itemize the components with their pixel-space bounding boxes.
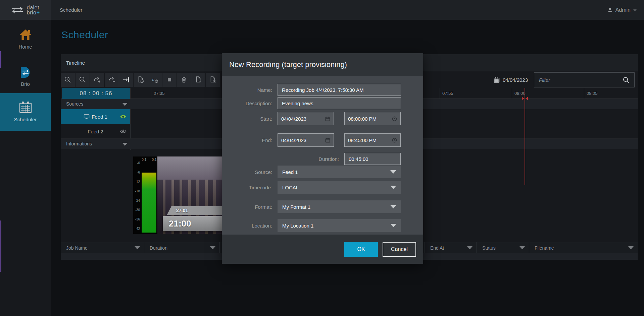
redo-add-button[interactable] (90, 73, 104, 87)
description-input[interactable] (278, 97, 401, 109)
feed2-cell[interactable]: Feed 2 (61, 124, 130, 138)
chevron-down-icon (135, 246, 140, 249)
meter-scale-label: -24 (133, 199, 140, 202)
zoom-out-button[interactable] (76, 73, 90, 87)
description-row: Description: (222, 97, 423, 109)
user-name: Admin (615, 7, 631, 13)
timecode-row: Timecode: LOCAL (222, 181, 423, 194)
sidebar-item-label: Home (0, 44, 51, 50)
topbar-page-label: Scheduler (60, 7, 83, 13)
sidebar-item-label: Brio (0, 81, 51, 87)
name-input[interactable] (278, 84, 401, 96)
description-label: Description: (222, 101, 272, 106)
capture-text-button[interactable]: a (148, 73, 162, 87)
timecode-select[interactable]: LOCAL (278, 181, 401, 194)
app-logo[interactable]: dalet brio+ (0, 0, 51, 20)
date-picker[interactable]: 04/04/2023 (494, 77, 528, 83)
duration-input[interactable] (344, 153, 401, 165)
feed1-cell[interactable]: Feed 1 (61, 109, 130, 124)
end-label: End: (222, 137, 272, 143)
capture-file-button[interactable] (134, 73, 148, 87)
meter-scale-label: -18 (133, 189, 140, 193)
column-header-status[interactable]: Status (477, 242, 529, 253)
audio-level-bar-left (142, 173, 149, 233)
add-file-icon (194, 76, 202, 84)
cancel-button[interactable]: Cancel (383, 242, 416, 257)
zoom-in-icon (64, 76, 72, 84)
redo-remove-icon (108, 76, 116, 84)
column-header-filename[interactable]: Filename (529, 242, 638, 253)
location-label: Location: (222, 223, 272, 229)
name-label: Name: (222, 87, 272, 93)
ruler-tick: 08:05 (584, 88, 598, 99)
filter-input[interactable] (539, 77, 623, 83)
start-label: Start: (222, 116, 272, 122)
redo-remove-button[interactable] (105, 73, 119, 87)
svg-text:a: a (152, 77, 155, 82)
trash-icon (180, 76, 188, 84)
source-select[interactable]: Feed 1 (278, 166, 401, 178)
column-header-end-at[interactable]: End At (425, 242, 477, 253)
dialog-title: New Recording (target provisioning) (222, 53, 423, 76)
ruler-tick: 07:55 (440, 88, 453, 99)
stop-icon (165, 76, 174, 84)
start-date-input[interactable]: 04/04/2023 (278, 112, 334, 125)
feed1-visibility-eye-icon[interactable] (120, 114, 127, 119)
user-icon (607, 7, 613, 13)
end-time-input[interactable]: 08:45:00 PM (344, 133, 401, 147)
playhead[interactable] (525, 88, 525, 185)
filter-box[interactable] (534, 72, 635, 87)
add-user-file-icon (209, 76, 217, 84)
peak-right: -0.1 (151, 158, 156, 162)
date-value: 04/04/2023 (503, 77, 528, 83)
chevron-down-icon (210, 246, 215, 249)
toolbar-right: 04/04/2023 (494, 72, 635, 87)
format-select[interactable]: My Format 1 (278, 200, 401, 213)
start-time-input[interactable]: 08:00:00 PM (344, 112, 401, 125)
calendar-icon[interactable] (325, 116, 330, 121)
location-select[interactable]: My Location 1 (278, 219, 401, 232)
ok-button[interactable]: OK (344, 242, 378, 257)
calendar-icon (494, 77, 500, 83)
column-header-duration[interactable]: Duration (144, 242, 220, 253)
source-label: Source: (222, 169, 272, 175)
sidebar-item-label: Scheduler (0, 117, 51, 122)
chevron-down-icon (122, 103, 128, 106)
clock-icon[interactable] (392, 116, 397, 121)
feed2-visibility-eye-icon[interactable] (120, 129, 127, 134)
logo-text: dalet brio+ (27, 5, 40, 15)
meter-scale-label: -0 (133, 161, 140, 165)
source-row: Source: Feed 1 (222, 166, 423, 178)
sidebar-item-brio[interactable]: Brio (0, 66, 51, 87)
zoom-in-button[interactable] (61, 73, 75, 87)
calendar-icon (0, 101, 51, 114)
add-file-button[interactable] (191, 73, 205, 87)
add-user-file-button[interactable] (206, 73, 220, 87)
peak-left: -0.1 (141, 158, 146, 162)
chevron-down-icon (390, 224, 396, 227)
dialog-footer: OK Cancel (222, 235, 423, 264)
duration-row: Duration: (222, 153, 423, 165)
meter-scale-label: -30 (133, 208, 140, 212)
sidebar-item-home[interactable]: Home (0, 28, 51, 50)
user-menu[interactable]: Admin (607, 7, 637, 13)
start-row: Start: 04/04/2023 08:00:00 PM (222, 112, 423, 125)
chevron-down-icon (633, 9, 637, 11)
sidebar-item-scheduler[interactable]: Scheduler (0, 93, 51, 131)
meter-scale-label: -36 (133, 217, 140, 221)
delete-button[interactable] (177, 73, 191, 87)
chevron-down-icon (390, 186, 396, 189)
go-to-end-button[interactable] (119, 73, 133, 87)
format-row: Format: My Format 1 (222, 200, 423, 213)
calendar-icon[interactable] (325, 138, 330, 143)
playhead-marker-icon[interactable] (526, 97, 528, 100)
playhead-marker-icon[interactable] (522, 97, 524, 100)
stop-button[interactable] (162, 73, 177, 87)
end-date-input[interactable]: 04/04/2023 (278, 133, 334, 147)
chevron-down-icon (122, 143, 128, 146)
accent-strip (0, 220, 1, 272)
video-overlay-time: 21:00 (169, 218, 191, 229)
clock-icon[interactable] (392, 138, 397, 143)
column-header-job-name[interactable]: Job Name (61, 242, 144, 253)
monitor-icon (84, 114, 90, 119)
